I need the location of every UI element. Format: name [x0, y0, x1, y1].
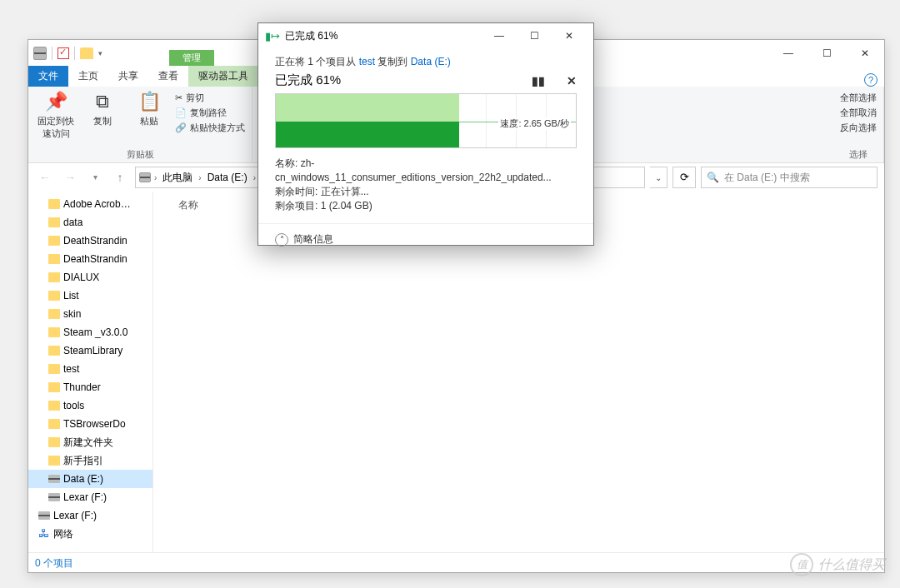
tab-home[interactable]: 主页 [68, 66, 108, 87]
nav-tree[interactable]: Adobe Acrob…dataDeathStrandinDeathStrand… [28, 192, 153, 552]
folder-icon [48, 419, 60, 429]
tree-item[interactable]: skin [28, 305, 152, 323]
tab-drive-tools[interactable]: 驱动器工具 [188, 66, 258, 87]
tree-item-label: Lexar (F:) [53, 510, 97, 521]
properties-qat-icon[interactable] [58, 47, 69, 59]
chevron-up-icon: ˄ [275, 233, 288, 247]
help-icon[interactable]: ? [864, 73, 878, 87]
copy-percent-text: 已完成 61% [275, 72, 341, 88]
folder-icon [48, 327, 60, 337]
copy-source-link[interactable]: test [359, 56, 375, 67]
tree-item[interactable]: DeathStrandin [28, 250, 152, 268]
copy-speed-label: 速度: 2.65 GB/秒 [498, 117, 571, 130]
pause-button[interactable]: ▮▮ [532, 74, 545, 87]
drive-icon [38, 511, 50, 520]
tree-item[interactable]: DeathStrandin [28, 232, 152, 250]
refresh-button[interactable]: ⟳ [672, 167, 696, 188]
qat-dropdown-icon[interactable]: ▾ [98, 49, 102, 57]
maximize-button[interactable]: ☐ [808, 40, 846, 66]
new-folder-qat-icon[interactable] [80, 47, 93, 59]
tree-item-label: DIALUX [63, 272, 99, 283]
cut-button[interactable]: ✂剪切 [175, 92, 245, 104]
tree-item[interactable]: SteamLibrary [28, 341, 152, 360]
tree-item-label: skin [63, 308, 81, 320]
qat-separator [52, 47, 52, 60]
paste-button[interactable]: 📋 粘贴 [128, 90, 170, 127]
tree-item-label: 新建文件夹 [63, 436, 113, 450]
breadcrumb-thispc[interactable]: 此电脑 [160, 171, 195, 185]
network-icon: 🖧 [38, 528, 50, 540]
ribbon-group-clipboard: 剪贴板 [35, 147, 245, 161]
pin-icon: 📌 [45, 90, 68, 113]
folder-icon [48, 364, 60, 374]
breadcrumb-location[interactable]: Data (E:) [205, 172, 250, 183]
select-all-button[interactable]: 全部选择 [840, 92, 877, 104]
status-bar: 0 个项目 [28, 552, 884, 572]
column-header-name[interactable]: 名称 [178, 198, 198, 212]
tree-item[interactable]: tools [28, 396, 152, 415]
copy-progress-dialog: ▮↦ 已完成 61% — ☐ ✕ 正在将 1 个项目从 test 复制到 Dat… [258, 22, 594, 246]
copy-button[interactable]: ⧉ 复制 [82, 90, 123, 127]
tab-share[interactable]: 共享 [108, 66, 148, 87]
tab-file[interactable]: 文件 [28, 66, 68, 87]
copy-icon: ⧉ [96, 90, 109, 113]
tree-item[interactable]: Lexar (F:) [28, 506, 152, 525]
tree-item[interactable]: Lexar (F:) [28, 488, 152, 506]
search-input[interactable]: 🔍 在 Data (E:) 中搜索 [701, 167, 878, 188]
tree-item[interactable]: data [28, 213, 152, 232]
drive-icon [48, 493, 60, 501]
watermark-badge-icon: 值 [790, 553, 813, 576]
copy-remaining-items: 剩余项目: 1 (2.04 GB) [275, 199, 577, 213]
tree-item[interactable]: List [28, 287, 152, 305]
minimize-button[interactable]: — [769, 40, 808, 66]
chevron-right-icon[interactable]: › [253, 173, 256, 182]
tree-item-label: 网络 [53, 527, 73, 541]
folder-icon [48, 346, 60, 356]
nav-recent-dropdown[interactable]: ▾ [85, 167, 105, 187]
ribbon-group-select: 选择 [840, 147, 877, 161]
scissors-icon: ✂ [175, 92, 182, 103]
folder-icon [48, 309, 60, 319]
paste-icon: 📋 [138, 90, 161, 113]
nav-up-button[interactable]: ↑ [110, 167, 130, 187]
invert-selection-button[interactable]: 反向选择 [840, 122, 877, 134]
dialog-title-bar[interactable]: ▮↦ 已完成 61% — ☐ ✕ [258, 23, 593, 48]
details-toggle[interactable]: ˄ 简略信息 [258, 223, 593, 255]
cancel-button[interactable]: ✕ [567, 74, 577, 87]
tab-view[interactable]: 查看 [148, 66, 188, 87]
paste-shortcut-button[interactable]: 🔗粘贴快捷方式 [175, 122, 245, 134]
dialog-close-button[interactable]: ✕ [552, 23, 587, 48]
dialog-maximize-button[interactable]: ☐ [517, 23, 552, 48]
pin-to-quick-access-button[interactable]: 📌 固定到快 速访问 [35, 90, 77, 140]
folder-icon [48, 199, 60, 209]
contextual-tab-header: 管理 [169, 50, 214, 66]
copy-dest-link[interactable]: Data (E:) [411, 56, 451, 67]
tree-item-label: DeathStrandin [63, 235, 128, 247]
tree-item[interactable]: 新手指引 [28, 451, 152, 470]
tree-item[interactable]: Adobe Acrob… [28, 195, 152, 213]
address-history-dropdown[interactable]: ⌄ [650, 173, 667, 182]
folder-icon [48, 272, 60, 282]
search-icon: 🔍 [707, 172, 719, 183]
folder-icon [48, 236, 60, 246]
tree-item[interactable]: test [28, 360, 152, 378]
nav-back-button[interactable]: ← [35, 167, 55, 187]
search-placeholder: 在 Data (E:) 中搜索 [724, 171, 810, 185]
nav-forward-button[interactable]: → [60, 167, 80, 187]
dialog-minimize-button[interactable]: — [482, 23, 517, 48]
tree-item[interactable]: DIALUX [28, 268, 152, 287]
folder-icon [48, 456, 60, 466]
tree-item[interactable]: Data (E:) [28, 470, 152, 488]
select-none-button[interactable]: 全部取消 [840, 107, 877, 119]
chevron-right-icon[interactable]: › [154, 173, 157, 182]
close-button[interactable]: ✕ [846, 40, 884, 66]
tree-item[interactable]: TSBrowserDo [28, 415, 152, 433]
copy-path-button[interactable]: 📄复制路径 [175, 107, 245, 119]
chevron-right-icon[interactable]: › [198, 173, 201, 182]
tree-item[interactable]: Steam _v3.0.0 [28, 323, 152, 341]
tree-item[interactable]: 新建文件夹 [28, 433, 152, 451]
tree-item[interactable]: 🖧网络 [28, 525, 152, 543]
folder-icon [48, 437, 60, 447]
tree-item[interactable]: Thunder [28, 378, 152, 396]
copy-from-to-text: 正在将 1 个项目从 test 复制到 Data (E:) [275, 55, 577, 69]
